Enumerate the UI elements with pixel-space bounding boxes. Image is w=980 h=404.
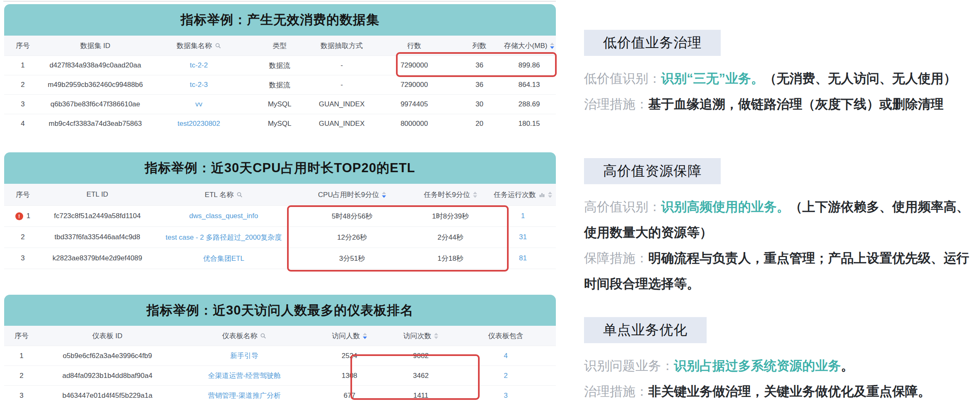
table-row: 3 q6b367be83f6c47f386610ae vv MySQL GUAN… [4, 94, 556, 114]
cell-link[interactable]: 1 [521, 212, 525, 220]
cell-link[interactable]: 优合集团ETL [203, 254, 244, 263]
search-icon[interactable] [215, 43, 221, 49]
note-text: 基于血缘追溯，做链路治理（灰度下线）或删除清理 [648, 97, 944, 111]
column-header: 行数 [373, 36, 456, 55]
cell-link[interactable]: test case - 2 多路径超过_2000复杂度 [166, 233, 282, 242]
cell-text: 899.86 [519, 61, 540, 70]
cell-link[interactable]: 81 [519, 254, 527, 262]
header-label: 任务运行次数 [494, 190, 536, 200]
cell-link[interactable]: tc-2-3 [190, 81, 208, 89]
header-label: 数据集 ID [80, 41, 111, 50]
note-heading: 单点业务优化 [584, 317, 707, 343]
cell-text: 1分18秒 [437, 254, 463, 263]
note-body: 高价值识别：识别高频使用的业务。（上下游依赖多、使用频率高、使用数量大的资源等）… [584, 194, 980, 297]
table-header-row: 序号 数据集 ID 数据集名称 类型 数据抽取方式 行数 列数 存储大小(MB) [4, 36, 556, 55]
note-line: 识别问题业务：识别占据过多系统资源的业务。 [584, 353, 980, 379]
header-label: 行数 [407, 41, 421, 50]
cell-link[interactable]: 3 [504, 392, 507, 400]
column-header: 序号 [4, 184, 41, 205]
cell-text: 2分44秒 [437, 233, 463, 242]
header-label: 任务时长9分位 [424, 190, 470, 200]
warning-icon: ! [15, 212, 23, 220]
header-label: 序号 [14, 331, 29, 341]
sort-carets-icon[interactable] [473, 192, 477, 198]
header-label: 序号 [16, 190, 30, 200]
note-line: 治理措施：基于血缘追溯，做链路治理（灰度下线）或删除清理 [584, 91, 980, 117]
note-text: 非关键业务做治理，关键业务做优化及重点保障。 [648, 384, 931, 399]
table-header-row: 序号 ETL ID ETL 名称 CPU占用时长9分位 任务时长9分位 任务运行… [4, 184, 556, 205]
cell-text: 1 [27, 212, 30, 220]
header-label: 存储大小(MB) [504, 41, 548, 50]
header-label: 仪表板包含 [488, 331, 523, 341]
sort-carets-icon[interactable] [550, 43, 554, 49]
cell-text: - [340, 81, 343, 89]
cell-text: 1 [21, 61, 24, 70]
header-label: 数据抽取方式 [321, 41, 363, 50]
divider [4, 269, 556, 272]
cell-link[interactable]: dws_class_quest_info [189, 212, 258, 220]
column-header: 访问次数 [386, 326, 456, 346]
cell-link[interactable]: vv [196, 100, 203, 108]
table-row: 2 m49b2959cb362460c99488b6 tc-2-3 数据流 - … [4, 75, 556, 94]
cell-text: tbd337f6fa335446aaf4c9d8 [54, 233, 140, 241]
search-icon[interactable] [237, 192, 243, 198]
table-row: 4 mb9c4cf3383a74d3eab75863 test20230802 … [4, 114, 556, 133]
cell-text: m49b2959cb362460c99488b6 [48, 81, 143, 89]
cell-link[interactable]: 全渠道运营-经营驾驶舱 [208, 371, 281, 380]
cell-text: 1308 [342, 372, 357, 380]
cell-text: 1411 [413, 392, 429, 400]
cell-link[interactable]: 31 [519, 233, 527, 241]
cell-text: 2 [19, 372, 23, 380]
cell-text: 3462 [413, 372, 429, 380]
cell-link[interactable]: 新手引导 [230, 351, 258, 361]
header-label: 访问次数 [403, 331, 431, 341]
cell-text: 5时48分56秒 [332, 212, 372, 221]
header-label: ETL ID [87, 190, 108, 199]
sort-carets-icon[interactable] [434, 333, 438, 339]
header-label: 访问人数 [332, 331, 360, 341]
sort-carets-icon[interactable] [382, 192, 386, 198]
cell-text: 数据流 [269, 80, 290, 90]
cell-link[interactable]: test20230802 [177, 120, 220, 128]
header-label: 仪表板名称 [222, 331, 257, 341]
table-title: 指标举例：产生无效消费的数据集 [181, 11, 379, 29]
cell-text: ad84fa0923b1b4dd8baf90a4 [62, 372, 152, 380]
cell-text: 20 [476, 120, 483, 128]
cell-link[interactable]: tc-2-2 [190, 61, 208, 70]
header-label: 数据集名称 [177, 41, 212, 50]
cell-text: mb9c4cf3383a74d3eab75863 [49, 120, 142, 128]
dashboard-table-card: 指标举例：近30天访问人数最多的仪表板排名 序号 仪表板 ID 仪表板名称 访问… [4, 295, 556, 404]
note-heading: 低价值业务治理 [584, 30, 721, 56]
cell-text: 7290000 [401, 61, 428, 70]
cell-text: 8000000 [401, 120, 428, 128]
bar-chart-icon[interactable] [539, 192, 545, 198]
cell-link[interactable]: 4 [504, 352, 507, 360]
column-header: 仪表板 ID [39, 326, 176, 346]
table-title-banner: 指标举例：产生无效消费的数据集 [4, 4, 556, 36]
note-emphasis: 识别高频使用的业务。 [661, 200, 789, 214]
cell-text: o5b9e6cf62a3a4e3996c4fb9 [63, 352, 152, 360]
note-label: 低价值识别： [584, 71, 661, 86]
column-header: 数据抽取方式 [311, 36, 373, 55]
cell-text: 288.69 [519, 100, 540, 108]
column-header: 任务运行次数 [491, 184, 555, 205]
note-label: 识别问题业务： [584, 358, 674, 373]
table-title: 指标举例：近30天访问人数最多的仪表板排名 [147, 302, 413, 319]
cell-text: b463447e01d4f45f5b229a1a [62, 392, 152, 400]
column-header: ETL 名称 [153, 184, 294, 205]
sort-carets-icon[interactable] [548, 192, 552, 198]
column-header: 序号 [4, 36, 41, 55]
dataset-table-card: 指标举例：产生无效消费的数据集 序号 数据集 ID 数据集名称 类型 数据抽取方… [4, 4, 556, 133]
note-body: 识别问题业务：识别占据过多系统资源的业务。 治理措施：非关键业务做治理，关键业务… [584, 353, 980, 404]
cell-text: 数据流 [269, 61, 290, 70]
search-icon[interactable] [260, 333, 266, 339]
sort-carets-icon[interactable] [363, 333, 367, 339]
cell-link[interactable]: 2 [504, 372, 507, 380]
table-row: 2 tbd337f6fa335446aaf4c9d8 test case - 2… [4, 226, 556, 248]
note-text: （无消费、无人访问、无人使用） [764, 71, 956, 86]
note-line: 低价值识别：识别“三无”业务。（无消费、无人访问、无人使用） [584, 66, 980, 91]
cell-link[interactable]: 营销管理-渠道推广分析 [208, 391, 281, 400]
column-header: ETL ID [41, 184, 153, 205]
column-header: 数据集 ID [41, 36, 149, 55]
note-text: 。 [841, 358, 854, 373]
